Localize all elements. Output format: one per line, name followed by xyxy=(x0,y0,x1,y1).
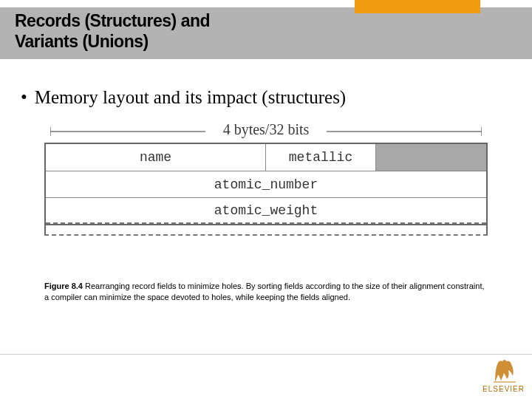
figure-caption: Figure 8.4 Rearranging record fields to … xyxy=(44,281,488,304)
caption-label: Figure 8.4 xyxy=(44,282,83,290)
memory-table: name metallic atomic_number atomic_weigh… xyxy=(44,143,488,225)
caption-text: Rearranging record fields to minimize ho… xyxy=(44,282,485,301)
bullet-dot: • xyxy=(21,87,27,108)
width-bracket xyxy=(50,126,482,137)
field-name: name xyxy=(46,144,266,171)
bullet-text: Memory layout and its impact (structures… xyxy=(35,87,346,107)
field-padding xyxy=(376,144,486,171)
field-atomic-number: atomic_number xyxy=(214,177,318,192)
bullet-item: •Memory layout and its impact (structure… xyxy=(21,87,346,108)
elsevier-tree-icon xyxy=(488,354,520,383)
accent-block xyxy=(355,0,480,13)
field-metallic: metallic xyxy=(266,144,376,171)
table-row: atomic_weight xyxy=(46,197,486,224)
table-row: name metallic xyxy=(46,144,486,171)
dashed-continuation xyxy=(44,225,488,236)
publisher-logo: ELSEVIER xyxy=(482,354,525,393)
title-line-1: Records (Structures) and xyxy=(15,11,210,30)
memory-layout-figure: 4 bytes/32 bits name metallic atomic_num… xyxy=(44,126,488,236)
publisher-name: ELSEVIER xyxy=(482,385,525,393)
slide-title: Records (Structures) and Variants (Union… xyxy=(15,11,210,52)
footer-rule xyxy=(0,354,532,355)
table-row: atomic_number xyxy=(46,171,486,197)
field-atomic-weight: atomic_weight xyxy=(214,203,318,218)
title-line-2: Variants (Unions) xyxy=(15,32,149,51)
